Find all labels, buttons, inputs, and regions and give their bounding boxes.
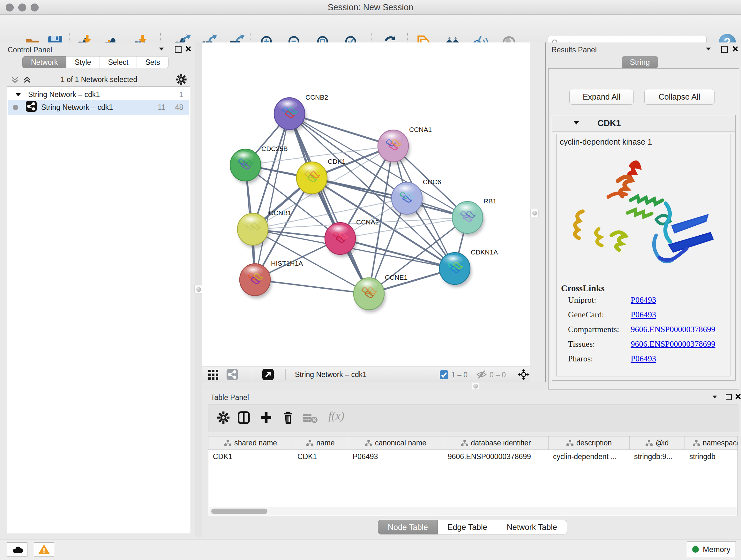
tree-expander-icon[interactable] [15, 90, 21, 99]
network-collection-row[interactable]: String Network – cdk1 1 [8, 89, 189, 100]
memory-button[interactable]: Memory [687, 542, 736, 557]
column-header-canonical-name[interactable]: canonical name [348, 436, 443, 450]
column-header-shared-name[interactable]: shared name [208, 436, 293, 450]
table-panel-float-icon[interactable] [726, 394, 732, 400]
tab-network-table[interactable]: Network Table [497, 520, 567, 535]
node-CDK1[interactable]: CDK1 [296, 158, 346, 197]
table-cell[interactable]: cyclin-dependent ... [549, 450, 630, 463]
table-cell[interactable]: 9606.ENSP00000378699 [443, 450, 549, 463]
table-cell[interactable]: P06493 [348, 450, 443, 463]
expand-tree-icon[interactable] [23, 76, 31, 85]
tab-style[interactable]: Style [66, 56, 99, 68]
node-CCNB2[interactable]: CCNB2 [274, 94, 328, 132]
show-columns-icon[interactable] [237, 410, 251, 426]
delete-column-icon[interactable] [281, 410, 295, 426]
node-HIST1H1A[interactable]: HIST1H1A [240, 260, 303, 299]
open-in-browser-icon[interactable] [262, 369, 274, 381]
cdk1-entry: CDK1 cyclin-dependent kinase 1 [552, 115, 736, 381]
node-CCNA2[interactable]: CCNA2 [325, 219, 379, 257]
birdseye-grid-icon[interactable] [208, 369, 219, 381]
crosslink-link[interactable]: 9606.ENSP00000378699 [631, 339, 716, 349]
warnings-button[interactable] [34, 543, 54, 557]
node-CCNE1[interactable]: CCNE1 [354, 273, 408, 313]
left-splitter-handle[interactable] [194, 285, 203, 294]
tab-string[interactable]: String [622, 56, 658, 68]
edge-CDK1-RB1 [312, 178, 468, 217]
table-cell[interactable]: stringdb:9... [630, 450, 685, 463]
table-settings-gear-icon[interactable] [216, 410, 231, 426]
crosslink-row: Pharos: P06493 [568, 354, 656, 364]
network-options-gear-icon[interactable] [175, 73, 188, 87]
network-graph: CCNB2 CCNA1 CDC25B CDK1 CDC6 RB1 CCNB1 [202, 43, 530, 367]
collapse-tree-icon[interactable] [11, 76, 19, 85]
share-network-icon[interactable] [226, 369, 238, 381]
crosslink-link[interactable]: P06493 [631, 310, 656, 319]
crosslink-label: Tissues: [568, 339, 629, 349]
horizontal-splitter-handle[interactable] [472, 382, 479, 390]
node-RB1[interactable]: RB1 [452, 197, 496, 236]
hidden-eye-icon [476, 370, 487, 380]
function-builder-icon[interactable]: f(x) [328, 409, 344, 422]
edge-HIST1H1A-CCNE1 [255, 280, 369, 294]
column-header-@id[interactable]: @id [630, 436, 685, 450]
table-cell[interactable]: CDK1 [293, 450, 348, 463]
control-panel-close-icon[interactable] [185, 46, 192, 53]
tab-select[interactable]: Select [100, 56, 137, 68]
table-hscrollbar[interactable] [209, 507, 737, 515]
control-panel-menu-icon[interactable] [158, 46, 165, 53]
crosslink-label: GeneCard: [568, 310, 629, 320]
crosslink-link[interactable]: 9606.ENSP00000378699 [631, 325, 716, 334]
divider [252, 369, 252, 380]
column-header-name[interactable]: name [293, 436, 348, 450]
results-panel-float-icon[interactable] [721, 46, 728, 53]
network-canvas[interactable]: CCNB2 CCNA1 CDC25B CDK1 CDC6 RB1 CCNB1 [202, 43, 530, 367]
results-panel-menu-icon[interactable] [705, 46, 712, 53]
control-panel-float-icon[interactable] [175, 46, 182, 53]
crosslink-row: GeneCard: P06493 [568, 310, 656, 320]
entry-expander-icon[interactable] [573, 120, 580, 126]
tab-sets[interactable]: Sets [137, 56, 169, 68]
hidden-count: 0 – 0 [489, 371, 506, 379]
crosslink-row: Tissues: 9606.ENSP00000378699 [568, 339, 716, 349]
results-panel-close-icon[interactable] [732, 46, 738, 53]
fit-crosshair-icon[interactable] [518, 368, 530, 382]
collapse-all-button[interactable]: Collapse All [644, 89, 715, 105]
selected-checkbox-icon[interactable] [440, 370, 448, 380]
automation-cloud-button[interactable] [7, 543, 27, 557]
tab-edge-table[interactable]: Edge Table [438, 520, 497, 535]
network-selection-status: 1 of 1 Network selected [38, 75, 159, 84]
clear-table-icon[interactable] [303, 413, 318, 425]
network-status-dot [13, 105, 18, 110]
crosslink-link[interactable]: P06493 [631, 295, 656, 305]
node-label-CDK1: CDK1 [328, 158, 346, 165]
add-column-icon[interactable] [259, 410, 273, 426]
protein-structure-image [563, 152, 723, 280]
network-tree: String Network – cdk1 1 String Network –… [7, 86, 190, 533]
table-cell[interactable]: stringdb [685, 450, 738, 463]
table-cell[interactable]: CDK1 [208, 450, 293, 463]
column-header-database-identifier[interactable]: database identifier [443, 436, 549, 450]
node-CDKN1A[interactable]: CDKN1A [440, 248, 498, 287]
column-header-description[interactable]: description [549, 436, 630, 450]
network-name: String Network – cdk1 [41, 103, 113, 112]
table-panel-close-icon[interactable] [735, 394, 741, 401]
tab-network[interactable]: Network [22, 56, 66, 68]
crosslink-link[interactable]: P06493 [631, 354, 656, 363]
entry-description: cyclin-dependent kinase 1 [556, 134, 730, 146]
edge-count: 48 [175, 103, 183, 112]
network-row-selected[interactable]: String Network – cdk1 11 48 [8, 100, 189, 115]
node-CCNA1[interactable]: CCNA1 [378, 126, 432, 165]
crosslink-row: Compartments: 9606.ENSP00000378699 [568, 325, 716, 334]
node-label-HIST1H1A: HIST1H1A [271, 260, 303, 267]
right-splitter-handle[interactable] [530, 209, 539, 217]
cdk1-entry-header[interactable]: CDK1 [552, 115, 735, 132]
tab-node-table[interactable]: Node Table [378, 520, 438, 535]
node-label-CDKN1A: CDKN1A [471, 248, 498, 256]
collection-name: String Network – cdk1 [28, 90, 100, 99]
table-panel-menu-icon[interactable] [712, 395, 718, 400]
crosslink-label: Uniprot: [568, 295, 629, 305]
column-header-namespace[interactable]: namespace [685, 436, 738, 450]
expand-all-button[interactable]: Expand All [569, 89, 634, 105]
node-label-CDC25B: CDC25B [261, 145, 288, 152]
table-hscroll-thumb[interactable] [211, 509, 267, 514]
